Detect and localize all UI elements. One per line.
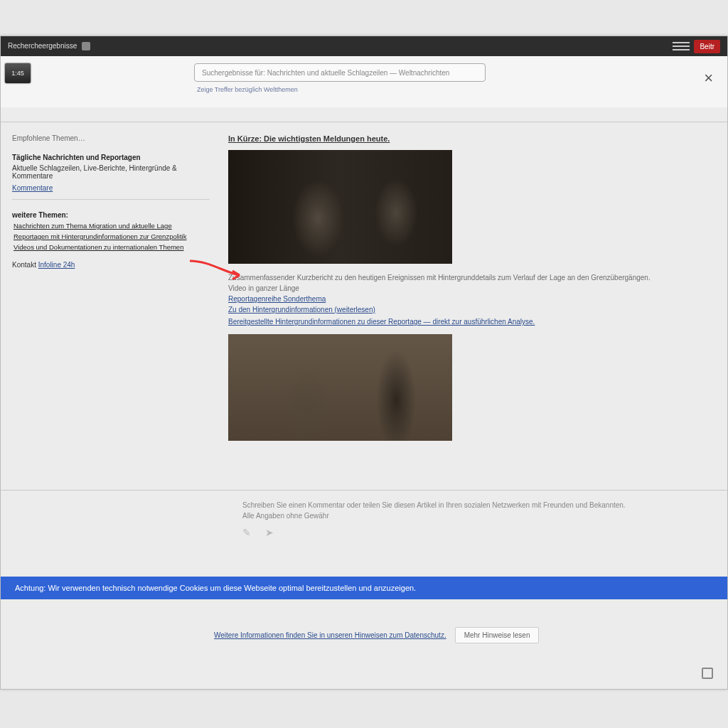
topbar-title: Rechercheergebnisse [8, 42, 90, 50]
article-link[interactable]: Zu den Hintergrundinformationen (weiterl… [228, 306, 713, 314]
topbar-title-text: Rechercheergebnisse [8, 42, 77, 50]
content-body: Empfohlene Themen… Tägliche Nachrichten … [1, 127, 727, 689]
divider [1, 122, 727, 122]
article-title[interactable]: In Kürze: Die wichtigsten Meldungen heut… [228, 134, 713, 143]
sub-header: 1:45 Suchergebnisse für: Nachrichten und… [1, 56, 727, 107]
topbar: Rechercheergebnisse Beitr [1, 36, 727, 56]
sidebar-contact: Kontakt Infoline 24h [12, 261, 210, 269]
divider [1, 490, 727, 491]
sidebar-related-link[interactable]: Videos und Dokumentationen zu internatio… [14, 243, 210, 251]
sidebar-sub-heading: weitere Themen: [12, 211, 210, 219]
hamburger-menu-icon[interactable] [673, 39, 690, 53]
sidebar-related-link[interactable]: Nachrichten zum Thema Migration und aktu… [14, 222, 210, 230]
article-meta-line: Video in ganzer Länge [228, 284, 713, 292]
sidebar-item-line: Aktuelle Schlagzeilen, Live-Berichte, Hi… [12, 164, 210, 180]
sidebar-link-comments[interactable]: Kommentare [12, 184, 53, 192]
cookie-banner-text: Achtung: Wir verwenden technisch notwend… [15, 584, 416, 592]
primary-red-button[interactable]: Beitr [694, 40, 720, 53]
footer-line-1: Schreiben Sie einen Kommentar oder teile… [242, 501, 713, 509]
article-media-1[interactable] [228, 150, 452, 264]
app-window: Rechercheergebnisse Beitr 1:45 Suchergeb… [0, 36, 728, 690]
share-icon[interactable]: ➤ [265, 527, 274, 538]
article-link-long[interactable]: Bereitgestellte Hintergrundinformationen… [228, 318, 713, 326]
main-content: In Kürze: Die wichtigsten Meldungen heut… [221, 127, 727, 689]
more-info-button[interactable]: Mehr Hinweise lesen [455, 627, 540, 643]
info-icon [82, 42, 90, 50]
footer-line-2: Alle Angaben ohne Gewähr [242, 512, 713, 520]
sidebar-related-link[interactable]: Reportagen mit Hintergrundinformationen … [14, 232, 210, 240]
sidebar-item-title: Tägliche Nachrichten und Reportagen [12, 154, 210, 161]
article-summary: Zusammenfassender Kurzbericht zu den heu… [228, 274, 713, 282]
site-logo[interactable]: 1:45 [5, 63, 31, 83]
sidebar-section-2: weitere Themen: Nachrichten zum Thema Mi… [12, 211, 210, 251]
article-link[interactable]: Reportagenreihe Sonderthema [228, 295, 713, 303]
cookie-banner: Achtung: Wir verwenden technisch notwend… [1, 577, 727, 599]
search-subtext: Zeige Treffer bezüglich Weltthemen [197, 86, 486, 93]
sidebar-heading: Empfohlene Themen… [12, 134, 210, 142]
close-icon[interactable]: × [704, 69, 713, 87]
privacy-link[interactable]: Weitere Informationen finden Sie in unse… [214, 631, 446, 639]
comment-icon[interactable]: ✎ [242, 527, 251, 538]
bottom-row: Weitere Informationen finden Sie in unse… [1, 621, 727, 649]
article-media-2[interactable] [228, 334, 452, 441]
sidebar: Empfohlene Themen… Tägliche Nachrichten … [1, 127, 221, 689]
article-links: Zusammenfassender Kurzbericht zu den heu… [228, 274, 713, 326]
sidebar-contact-label: Kontakt [12, 261, 36, 269]
sidebar-contact-link[interactable]: Infoline 24h [38, 261, 75, 269]
search-placeholder: Suchergebnisse für: Nachrichten und aktu… [202, 69, 449, 77]
article-footer: Schreiben Sie einen Kommentar oder teile… [1, 491, 727, 541]
search-input[interactable]: Suchergebnisse für: Nachrichten und aktu… [194, 63, 486, 82]
page-corner-icon[interactable] [702, 668, 713, 679]
sidebar-section-1: Tägliche Nachrichten und Reportagen Aktu… [12, 154, 210, 200]
